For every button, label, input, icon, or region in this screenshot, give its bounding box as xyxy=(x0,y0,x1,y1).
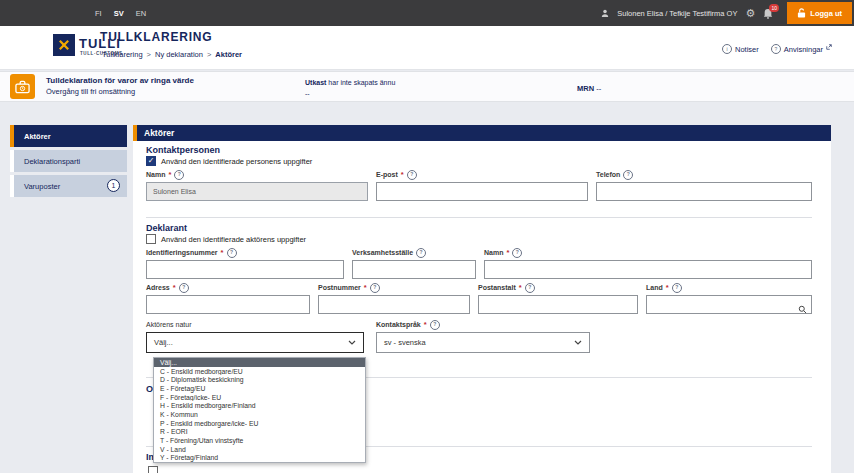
help-icon[interactable]: ? xyxy=(179,283,189,293)
use-person-data-checkbox[interactable]: ✓ xyxy=(146,156,156,166)
topbar-right: Sulonen Elisa / Tefkije Testifirma OY ⚙ … xyxy=(601,0,854,26)
dropdown-option[interactable]: E - Företag/EU xyxy=(154,384,365,393)
help-icon[interactable]: ? xyxy=(623,170,633,180)
chevron-down-icon xyxy=(348,340,356,345)
header-links: i Notiser ? Anvisningar xyxy=(722,44,832,54)
check-icon: ✓ xyxy=(148,157,155,165)
field-land: Land*? xyxy=(646,283,812,314)
dropdown-option[interactable]: V - Land xyxy=(154,445,365,454)
field-namn-deklarant: Namn*? xyxy=(484,248,812,279)
user-icon xyxy=(601,9,609,18)
required-asterisk: * xyxy=(364,283,367,292)
verksamhetsstalle-input[interactable] xyxy=(352,260,476,279)
importor-checkbox[interactable] xyxy=(148,466,158,473)
epost-input[interactable] xyxy=(376,182,588,201)
help-icon[interactable]: ? xyxy=(370,283,380,293)
chevron-down-icon xyxy=(574,340,582,345)
settings-gear-icon[interactable]: ⚙ xyxy=(745,8,755,19)
kontaktsprak-select[interactable]: sv - svenska xyxy=(376,332,590,353)
field-label: Aktörens natur xyxy=(146,321,192,328)
land-input[interactable] xyxy=(646,295,812,314)
namn-deklarant-input[interactable] xyxy=(484,260,812,279)
section-divider xyxy=(146,217,812,218)
sidebar-item-label: Varuposter xyxy=(24,182,60,191)
field-postnummer: Postnummer*? xyxy=(318,283,470,314)
help-icon[interactable]: ? xyxy=(227,248,237,258)
dropdown-option[interactable]: R - EORI xyxy=(154,428,365,437)
draft-label: Utkast xyxy=(305,79,326,86)
dropdown-option[interactable]: T - Förening/Utan vinstsyfte xyxy=(154,436,365,445)
field-adress: Adress*? xyxy=(146,283,310,314)
adress-input[interactable] xyxy=(146,295,310,314)
field-epost: E-post*? xyxy=(376,170,588,201)
field-label: Identifieringsnummer xyxy=(146,249,218,256)
help-icon[interactable]: ? xyxy=(430,320,440,330)
unlock-icon xyxy=(797,8,806,18)
field-label: Postanstalt xyxy=(478,284,516,291)
language-sv[interactable]: SV xyxy=(114,9,124,18)
field-label: Telefon xyxy=(596,171,620,178)
required-asterisk: * xyxy=(173,283,176,292)
varuposter-count-badge: 1 xyxy=(107,179,120,192)
language-en[interactable]: EN xyxy=(136,9,146,18)
search-icon[interactable] xyxy=(798,300,807,318)
notification-badge: 10 xyxy=(769,4,779,12)
language-fi[interactable]: FI xyxy=(95,9,102,18)
field-verksamhetsstalle: Verksamhetsställe? xyxy=(352,248,476,279)
identifieringsnummer-input[interactable] xyxy=(146,260,344,279)
field-label: Kontaktspråk xyxy=(376,321,421,328)
help-icon[interactable]: ? xyxy=(525,283,535,293)
field-label: Verksamhetsställe xyxy=(352,249,413,256)
mrn-label: MRN xyxy=(577,84,594,93)
field-namn-kontakt: Namn*? xyxy=(146,170,368,201)
user-name[interactable]: Sulonen Elisa / Tefkije Testifirma OY xyxy=(617,9,737,18)
tulli-logo[interactable] xyxy=(53,34,75,56)
language-switcher: FI SV EN xyxy=(95,0,146,26)
dropdown-option[interactable]: D - Diplomatisk beskickning xyxy=(154,375,365,384)
declaration-subtitle: Övergång till fri omsättning xyxy=(46,87,135,96)
topbar: FI SV EN Sulonen Elisa / Tefkije Testifi… xyxy=(0,0,854,26)
field-label: Namn xyxy=(146,171,165,178)
breadcrumb-ny-deklaration[interactable]: Ny deklaration xyxy=(155,50,203,59)
checkbox-label: Använd den identifierade aktörens uppgif… xyxy=(161,235,306,244)
draft-text: har inte skapats ännu xyxy=(328,79,395,86)
use-person-data-row: ✓ Använd den identifierade personens upp… xyxy=(146,156,312,166)
panel-title: Aktörer xyxy=(137,128,174,138)
field-label: Land xyxy=(646,284,663,291)
postnummer-input[interactable] xyxy=(318,295,470,314)
breadcrumb-tullklarering[interactable]: Tullklarering xyxy=(102,50,143,59)
postanstalt-input[interactable] xyxy=(478,295,638,314)
importor-checkbox-row xyxy=(148,466,158,473)
help-icon[interactable]: ? xyxy=(672,283,682,293)
namn-input xyxy=(146,182,368,201)
notifications-bell-icon[interactable]: 10 xyxy=(763,8,773,19)
field-label: Adress xyxy=(146,284,170,291)
notiser-link[interactable]: i Notiser xyxy=(722,44,759,54)
dropdown-option[interactable]: H - Enskild medborgare/Finland xyxy=(154,401,365,410)
select-value: Välj... xyxy=(154,338,173,347)
field-identifieringsnummer: Identifieringsnummer*? xyxy=(146,248,344,279)
dropdown-option[interactable]: P - Enskild medborgare/icke- EU xyxy=(154,419,365,428)
app-screen: FI SV EN Sulonen Elisa / Tefkije Testifi… xyxy=(0,0,854,473)
logout-button[interactable]: Logga ut xyxy=(787,2,852,24)
required-asterisk: * xyxy=(519,283,522,292)
aktorens-natur-select[interactable]: Välj... xyxy=(146,332,364,353)
help-icon[interactable]: ? xyxy=(174,170,184,180)
sidebar-item-deklarationsparti[interactable]: Deklarationsparti xyxy=(10,150,127,172)
help-icon[interactable]: ? xyxy=(407,170,417,180)
dropdown-option[interactable]: F - Företag/icke- EU xyxy=(154,393,365,402)
sidebar-item-aktorer[interactable]: Aktörer xyxy=(10,125,127,147)
help-icon: ? xyxy=(771,44,781,54)
use-actor-data-checkbox[interactable] xyxy=(146,234,156,244)
help-icon[interactable]: ? xyxy=(512,248,522,258)
dropdown-option[interactable]: Välj... xyxy=(154,358,365,367)
sidebar-item-label: Deklarationsparti xyxy=(24,157,80,166)
help-icon[interactable]: ? xyxy=(416,248,426,258)
telefon-input[interactable] xyxy=(596,182,812,201)
dropdown-option[interactable]: K - Kommun xyxy=(154,410,365,419)
anvisningar-link[interactable]: ? Anvisningar xyxy=(771,44,832,54)
sidebar-item-varuposter[interactable]: Varuposter 1 xyxy=(10,175,127,197)
dropdown-option[interactable]: C - Enskild medborgare/EU xyxy=(154,367,365,376)
dropdown-option[interactable]: Y - Företag/Finland xyxy=(154,454,365,463)
field-aktorens-natur: Aktörens natur Välj... xyxy=(146,320,364,353)
